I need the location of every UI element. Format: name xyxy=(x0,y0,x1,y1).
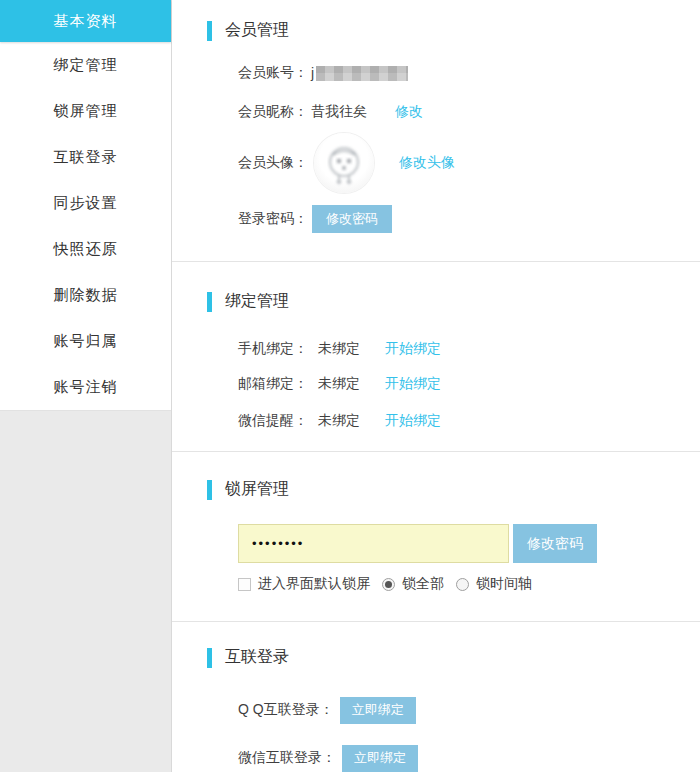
sidebar: 基本资料 绑定管理 锁屏管理 互联登录 同步设置 快照还原 删除数据 账号归属 … xyxy=(0,0,172,772)
qq-connect-label: Q Q互联登录： xyxy=(238,701,334,719)
lock-password-input[interactable] xyxy=(238,524,509,563)
sidebar-item-sync-settings[interactable]: 同步设置 xyxy=(0,180,171,226)
email-binding-label: 邮箱绑定： xyxy=(238,375,308,393)
modify-nickname-link[interactable]: 修改 xyxy=(395,103,423,121)
default-lock-checkbox[interactable] xyxy=(238,578,251,591)
modify-password-button[interactable]: 修改密码 xyxy=(312,205,392,233)
lock-timeline-radio[interactable] xyxy=(456,578,469,591)
member-account-row: 会员账号： j xyxy=(238,62,700,84)
sidebar-item-snapshot-restore[interactable]: 快照还原 xyxy=(0,226,171,272)
login-password-row: 登录密码： 修改密码 xyxy=(238,205,700,233)
sidebar-item-account-cancel[interactable]: 账号注销 xyxy=(0,364,171,410)
member-nickname-value: 昔我往矣 xyxy=(311,103,367,121)
qq-connect-row: Q Q互联登录： 立即绑定 xyxy=(238,696,700,724)
settings-page: 基本资料 绑定管理 锁屏管理 互联登录 同步设置 快照还原 删除数据 账号归属 … xyxy=(0,0,700,772)
title-accent-bar xyxy=(207,21,212,41)
wechat-reminder-status: 未绑定 xyxy=(318,412,360,430)
login-password-label: 登录密码： xyxy=(238,210,308,228)
lock-all-radio[interactable] xyxy=(382,578,395,591)
title-accent-bar xyxy=(207,480,212,500)
avatar xyxy=(314,133,374,193)
section-title-text: 绑定管理 xyxy=(225,291,289,312)
member-nickname-row: 会员昵称： 昔我往矣 修改 xyxy=(238,101,700,123)
phone-binding-status: 未绑定 xyxy=(318,340,360,358)
title-accent-bar xyxy=(207,648,212,668)
section-title-lockscreen: 锁屏管理 xyxy=(207,452,700,500)
title-accent-bar xyxy=(207,292,212,312)
censored-account-mosaic xyxy=(316,66,408,81)
email-binding-status: 未绑定 xyxy=(318,375,360,393)
phone-start-binding-link[interactable]: 开始绑定 xyxy=(385,340,441,358)
sidebar-item-connected-login[interactable]: 互联登录 xyxy=(0,134,171,180)
wechat-reminder-row: 微信提醒： 未绑定 开始绑定 xyxy=(238,411,700,431)
sidebar-item-binding[interactable]: 绑定管理 xyxy=(0,42,171,88)
sidebar-item-lockscreen[interactable]: 锁屏管理 xyxy=(0,88,171,134)
wechat-start-binding-link[interactable]: 开始绑定 xyxy=(385,412,441,430)
lock-password-row: 修改密码 xyxy=(238,524,700,563)
sidebar-item-delete-data[interactable]: 删除数据 xyxy=(0,272,171,318)
email-binding-row: 邮箱绑定： 未绑定 开始绑定 xyxy=(238,374,700,394)
wechat-connect-row: 微信互联登录： 立即绑定 xyxy=(238,744,700,772)
member-avatar-label: 会员头像： xyxy=(238,154,308,172)
member-nickname-label: 会员昵称： xyxy=(238,103,308,121)
member-account-label: 会员账号： xyxy=(238,64,308,82)
default-lock-label: 进入界面默认锁屏 xyxy=(258,575,370,593)
qq-bind-now-button[interactable]: 立即绑定 xyxy=(340,697,416,724)
sidebar-item-basic-profile[interactable]: 基本资料 xyxy=(0,0,171,42)
section-binding-management: 绑定管理 手机绑定： 未绑定 开始绑定 邮箱绑定： 未绑定 开始绑定 微信提醒：… xyxy=(172,262,700,452)
section-title-text: 锁屏管理 xyxy=(225,479,289,500)
sidebar-item-account-ownership[interactable]: 账号归属 xyxy=(0,318,171,364)
lock-all-label: 锁全部 xyxy=(402,575,444,593)
phone-binding-label: 手机绑定： xyxy=(238,340,308,358)
section-title-binding: 绑定管理 xyxy=(207,262,700,312)
email-start-binding-link[interactable]: 开始绑定 xyxy=(385,375,441,393)
sidebar-filler xyxy=(0,410,171,772)
modify-lock-password-button[interactable]: 修改密码 xyxy=(513,524,597,563)
member-avatar-row: 会员头像： xyxy=(238,132,700,194)
member-account-value: j xyxy=(311,65,314,81)
section-title-member: 会员管理 xyxy=(207,0,700,41)
lock-timeline-label: 锁时间轴 xyxy=(476,575,532,593)
wechat-connect-label: 微信互联登录： xyxy=(238,749,336,767)
avatar-blurred-face xyxy=(314,133,374,193)
section-title-text: 会员管理 xyxy=(225,20,289,41)
phone-binding-row: 手机绑定： 未绑定 开始绑定 xyxy=(238,339,700,359)
wechat-reminder-label: 微信提醒： xyxy=(238,412,308,430)
wechat-bind-now-button[interactable]: 立即绑定 xyxy=(342,745,418,772)
section-connected-login: 互联登录 Q Q互联登录： 立即绑定 微信互联登录： 立即绑定 xyxy=(172,622,700,772)
section-title-connected-login: 互联登录 xyxy=(207,622,700,668)
section-lockscreen-management: 锁屏管理 修改密码 进入界面默认锁屏 锁全部 锁时间轴 xyxy=(172,452,700,622)
main-content: 会员管理 会员账号： j 会员昵称： 昔我往矣 修改 会员头像： xyxy=(172,0,700,772)
section-member-management: 会员管理 会员账号： j 会员昵称： 昔我往矣 修改 会员头像： xyxy=(172,0,700,262)
modify-avatar-link[interactable]: 修改头像 xyxy=(399,154,455,172)
section-title-text: 互联登录 xyxy=(225,647,289,668)
lock-options-row: 进入界面默认锁屏 锁全部 锁时间轴 xyxy=(238,576,700,592)
